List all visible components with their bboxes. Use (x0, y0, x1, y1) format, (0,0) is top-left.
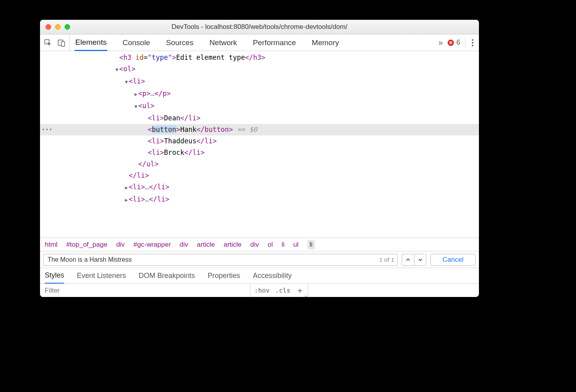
tab-sources[interactable]: Sources (165, 34, 195, 51)
breadcrumb-item[interactable]: ol (268, 241, 273, 249)
breadcrumb-item[interactable]: article (197, 241, 215, 249)
find-prev-button[interactable] (402, 254, 414, 265)
dom-node[interactable]: ▼<ul> (40, 100, 479, 112)
breadcrumb-item[interactable]: li (282, 241, 285, 249)
styles-toggle-group: :hov .cls ＋ (250, 284, 308, 297)
inspect-element-icon[interactable] (43, 38, 53, 48)
find-nav-buttons (402, 254, 426, 266)
device-toolbar-icon[interactable] (57, 38, 66, 48)
dom-node[interactable]: ▶<p>…</p> (40, 88, 479, 100)
traffic-lights (40, 24, 70, 30)
settings-menu-icon[interactable] (470, 38, 475, 48)
new-style-rule-icon[interactable]: ＋ (296, 285, 304, 296)
breadcrumb-item[interactable]: #gc-wrapper (134, 241, 171, 249)
tab-network[interactable]: Network (209, 34, 238, 51)
devtools-window: DevTools - localhost:8080/web/tools/chro… (40, 20, 479, 297)
tab-memory[interactable]: Memory (311, 34, 340, 51)
toolbar-left-group (40, 34, 70, 51)
dom-node[interactable]: ▶<li>…</li> (40, 181, 479, 194)
find-result-count: 1 of 1 (376, 256, 395, 263)
error-count: 6 (456, 38, 460, 47)
tab-console[interactable]: Console (122, 34, 151, 51)
tab-elements[interactable]: Elements (74, 35, 107, 51)
error-badge[interactable]: ✕ 6 (448, 38, 460, 47)
breadcrumb-item[interactable]: div (250, 241, 259, 249)
styles-sub-tabs: StylesEvent ListenersDOM BreakpointsProp… (40, 268, 479, 284)
error-icon: ✕ (448, 40, 454, 46)
sub-tab-properties[interactable]: Properties (208, 268, 240, 284)
class-toggle[interactable]: .cls (275, 287, 291, 294)
sub-tab-event-listeners[interactable]: Event Listeners (77, 268, 126, 284)
sub-tab-styles[interactable]: Styles (45, 268, 64, 284)
styles-toolbar: :hov .cls ＋ (40, 284, 479, 297)
dom-node[interactable]: ▶<li>…</li> (40, 194, 479, 206)
dom-node[interactable]: <h3 id="type">Edit element type</h3> (40, 52, 479, 63)
breadcrumb-item[interactable]: li (307, 240, 315, 249)
breadcrumb-item[interactable]: article (223, 241, 241, 249)
dom-node[interactable]: </ul> (40, 158, 479, 170)
divider (465, 38, 465, 48)
breadcrumb-item[interactable]: div (116, 241, 125, 249)
find-next-button[interactable] (414, 254, 426, 265)
find-cancel-button[interactable]: Cancel (430, 254, 476, 266)
main-toolbar: ElementsConsoleSourcesNetworkPerformance… (40, 34, 479, 51)
hover-toggle[interactable]: :hov (254, 287, 270, 294)
dom-node[interactable]: <li>Brock</li> (40, 147, 479, 158)
window-title: DevTools - localhost:8080/web/tools/chro… (40, 23, 479, 31)
tab-performance[interactable]: Performance (252, 34, 297, 51)
dom-node[interactable]: </li> (40, 170, 479, 181)
breadcrumb-item[interactable]: div (179, 241, 188, 249)
sub-tab-dom-breakpoints[interactable]: DOM Breakpoints (139, 268, 195, 284)
expand-twisty-icon[interactable]: ▶ (124, 194, 129, 206)
breadcrumb-item[interactable]: ul (293, 241, 298, 249)
dom-node[interactable]: •••<button>Hank</button> == $0 (40, 124, 479, 135)
breadcrumb-item[interactable]: html (45, 241, 57, 249)
styles-filter-input[interactable] (40, 284, 250, 297)
dom-node[interactable]: <li>Thaddeus</li> (40, 135, 479, 147)
find-bar: 1 of 1 Cancel (40, 251, 479, 268)
expand-twisty-icon[interactable]: ▼ (114, 64, 119, 76)
dom-node[interactable]: ▼<li> (40, 76, 479, 88)
dom-tree-panel[interactable]: <h3 id="type">Edit element type</h3>▼<ol… (40, 51, 479, 238)
dom-node[interactable]: ▼<ol> (40, 63, 479, 76)
dom-node[interactable]: <li>Dean</li> (40, 112, 479, 124)
svg-rect-2 (61, 42, 65, 46)
close-window-button[interactable] (46, 24, 51, 30)
expand-twisty-icon[interactable]: ▶ (124, 182, 129, 194)
toolbar-right-group: » ✕ 6 (435, 38, 479, 48)
window-titlebar: DevTools - localhost:8080/web/tools/chro… (40, 20, 479, 34)
expand-twisty-icon[interactable]: ▼ (124, 76, 129, 88)
find-input-container: 1 of 1 (43, 254, 398, 266)
expand-twisty-icon[interactable]: ▼ (134, 101, 138, 112)
maximize-window-button[interactable] (65, 24, 70, 30)
expand-twisty-icon[interactable]: ▶ (134, 89, 138, 100)
find-input[interactable] (47, 256, 376, 264)
breadcrumb-item[interactable]: #top_of_page (66, 241, 107, 249)
overflow-tabs-button[interactable]: » (439, 38, 443, 47)
minimize-window-button[interactable] (55, 24, 61, 30)
sub-tab-accessibility[interactable]: Accessibility (253, 268, 292, 284)
row-actions-icon[interactable]: ••• (42, 124, 53, 135)
panel-tabs: ElementsConsoleSourcesNetworkPerformance… (70, 34, 435, 51)
dom-breadcrumb: html#top_of_pagediv#gc-wrapperdivarticle… (40, 238, 479, 251)
